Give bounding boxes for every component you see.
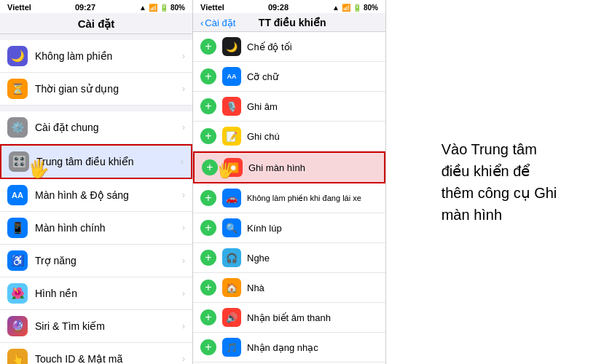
ctrl-label-0: Chế độ tối (247, 41, 292, 52)
control-item-0[interactable]: + 🌙 Chế độ tối (193, 32, 385, 62)
ctrl-label-10: Nhận dạng nhạc (247, 342, 318, 353)
left-status-icons: ▲ 📶 🔋 80% (139, 4, 185, 12)
chevron-9: › (182, 354, 185, 364)
control-item-5[interactable]: + 🚗 Không làm phiền khi đang lái xe (193, 183, 385, 213)
ctrl-icon-5: 🚗 (222, 189, 241, 207)
item-icon-3: 🎛️ (9, 151, 29, 172)
settings-item-5[interactable]: 📱 Màn hình chính › (0, 212, 192, 245)
add-btn-6[interactable]: + (200, 220, 216, 236)
ctrl-icon-1: AA (222, 67, 241, 86)
left-settings-list[interactable]: 🌙 Không làm phiền › ⏳ Thời gian sử dụng … (0, 34, 192, 364)
item-icon-2: ⚙️ (7, 117, 28, 138)
ctrl-label-2: Ghi âm (247, 101, 278, 112)
add-btn-10[interactable]: + (200, 339, 216, 355)
add-btn-7[interactable]: + (200, 250, 216, 266)
chevron-7: › (182, 288, 185, 298)
item-label-6: Trợ năng (35, 255, 182, 266)
ctrl-icon-9: 🔊 (222, 308, 241, 327)
add-btn-1[interactable]: + (200, 68, 216, 84)
settings-item-2[interactable]: ⚙️ Cài đặt chung › (0, 111, 192, 144)
control-list[interactable]: + 🌙 Chế độ tối + AA Cỡ chữ + 🎙️ Ghi âm +… (193, 32, 385, 364)
control-item-7[interactable]: + 🎧 Nghe (193, 243, 385, 273)
battery-pct: 80% (170, 4, 185, 12)
left-title: Cài đặt (78, 17, 115, 30)
right-nav-bar: ‹ Cài đặt TT điều khiển (193, 13, 385, 32)
item-icon-0: 🌙 (7, 46, 28, 66)
back-label: Cài đặt (205, 17, 235, 28)
control-item-10[interactable]: + 🎵 Nhận dạng nhạc (193, 333, 385, 363)
chevron-4: › (182, 190, 185, 200)
description-panel: Vào Trung tâmđiều khiển đểthêm công cụ G… (386, 0, 612, 364)
ctrl-label-3: Ghi chú (247, 131, 280, 142)
ctrl-label-7: Nghe (247, 253, 270, 264)
settings-item-9[interactable]: 👆 Touch ID & Mật mã › (0, 343, 192, 364)
ctrl-label-5: Không làm phiền khi đang lái xe (247, 194, 361, 203)
add-btn-3[interactable]: + (200, 128, 216, 144)
settings-item-3[interactable]: 🎛️ Trung tâm điều khiển › 🖐️ (0, 144, 192, 179)
ctrl-icon-8: 🏠 (222, 278, 241, 297)
left-status-bar: Viettel 09:27 ▲ 📶 🔋 80% (0, 0, 192, 13)
right-carrier: Viettel (200, 3, 224, 12)
item-label-1: Thời gian sử dụng (35, 83, 182, 95)
add-btn-8[interactable]: + (200, 280, 216, 296)
item-icon-1: ⏳ (7, 79, 28, 99)
section-gap-1 (0, 34, 192, 40)
left-carrier: Viettel (7, 3, 31, 12)
item-label-8: Siri & Tìm kiếm (35, 320, 182, 332)
ctrl-icon-2: 🎙️ (222, 97, 241, 116)
control-item-6[interactable]: + 🔍 Kính lúp (193, 213, 385, 243)
item-label-9: Touch ID & Mật mã (35, 353, 182, 364)
add-btn-9[interactable]: + (200, 309, 216, 325)
item-icon-4: AA (7, 185, 28, 205)
right-signal-icon: ▲ (332, 4, 340, 12)
item-icon-6: ♿ (7, 250, 28, 271)
add-btn-0[interactable]: + (200, 39, 216, 55)
right-time: 09:28 (268, 3, 289, 12)
left-nav-bar: Cài đặt (0, 13, 192, 34)
right-status-icons: ▲ 📶 🔋 80% (332, 4, 378, 12)
control-item-1[interactable]: + AA Cỡ chữ (193, 62, 385, 92)
right-phone-panel: Viettel 09:28 ▲ 📶 🔋 80% ‹ Cài đặt TT điề… (193, 0, 386, 364)
back-button[interactable]: ‹ Cài đặt (200, 17, 235, 28)
ctrl-label-6: Kính lúp (247, 223, 282, 234)
wifi-icon: 📶 (149, 4, 157, 12)
settings-item-0[interactable]: 🌙 Không làm phiền › (0, 40, 192, 73)
ctrl-label-1: Cỡ chữ (247, 71, 278, 82)
ctrl-icon-3: 📝 (222, 127, 241, 146)
settings-item-7[interactable]: 🌺 Hình nền › (0, 277, 192, 310)
right-wifi-icon: 📶 (342, 4, 350, 12)
control-item-4[interactable]: + ⏺️ Ghi màn hình 🖐️ (193, 151, 385, 183)
right-battery-icon: 🔋 (353, 4, 361, 12)
ctrl-label-8: Nhà (247, 282, 264, 293)
settings-item-1[interactable]: ⏳ Thời gian sử dụng › (0, 73, 192, 106)
ctrl-icon-4: ⏺️ (224, 158, 243, 177)
item-icon-7: 🌺 (7, 283, 28, 304)
control-item-8[interactable]: + 🏠 Nhà (193, 273, 385, 303)
section-gap-2 (0, 106, 192, 111)
settings-item-6[interactable]: ♿ Trợ năng › (0, 245, 192, 277)
right-battery-pct: 80% (364, 4, 378, 12)
add-btn-5[interactable]: + (200, 190, 216, 206)
battery-icon: 🔋 (160, 4, 168, 12)
control-item-9[interactable]: + 🔊 Nhận biết âm thanh (193, 303, 385, 333)
control-item-2[interactable]: + 🎙️ Ghi âm (193, 92, 385, 122)
item-icon-8: 🔮 (7, 316, 28, 336)
settings-item-8[interactable]: 🔮 Siri & Tìm kiếm › (0, 310, 192, 343)
right-title: TT điều khiển (235, 17, 349, 28)
add-btn-4[interactable]: + (202, 159, 218, 175)
description-text: Vào Trung tâmđiều khiển đểthêm công cụ G… (442, 138, 557, 226)
item-label-3: Trung tâm điều khiển (36, 156, 181, 167)
left-phone-panel: Viettel 09:27 ▲ 📶 🔋 80% Cài đặt 🌙 Không … (0, 0, 193, 364)
chevron-5: › (182, 223, 185, 233)
item-icon-9: 👆 (7, 349, 28, 364)
control-item-3[interactable]: + 📝 Ghi chú (193, 122, 385, 151)
signal-icon: ▲ (139, 4, 146, 12)
add-btn-2[interactable]: + (200, 98, 216, 114)
item-label-7: Hình nền (35, 288, 182, 299)
chevron-3: › (181, 157, 184, 167)
ctrl-label-9: Nhận biết âm thanh (247, 312, 331, 323)
ctrl-icon-0: 🌙 (222, 37, 241, 56)
ctrl-icon-6: 🔍 (222, 218, 241, 237)
settings-item-4[interactable]: AA Màn hình & Độ sáng › (0, 179, 192, 212)
right-status-bar: Viettel 09:28 ▲ 📶 🔋 80% (193, 0, 385, 13)
